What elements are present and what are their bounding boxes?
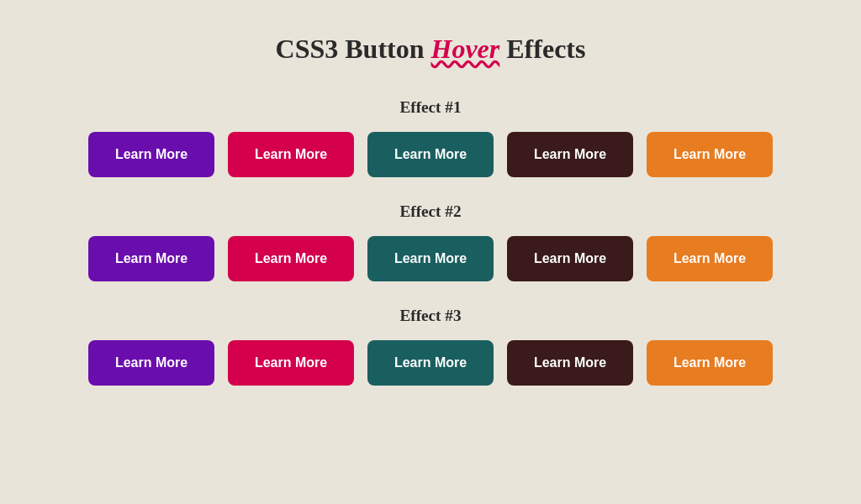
effect-section-3: Effect #3 Learn More Learn More Learn Mo… [18,307,843,386]
btn-3-pink[interactable]: Learn More [228,340,354,386]
btn-3-teal[interactable]: Learn More [367,340,494,386]
btn-1-pink[interactable]: Learn More [228,132,354,177]
btn-1-dark[interactable]: Learn More [507,132,633,177]
button-row-1: Learn More Learn More Learn More Learn M… [18,132,843,177]
btn-1-orange[interactable]: Learn More [647,132,773,177]
btn-3-purple[interactable]: Learn More [88,340,214,386]
btn-3-dark[interactable]: Learn More [507,340,633,386]
button-row-3: Learn More Learn More Learn More Learn M… [18,340,843,386]
btn-2-dark[interactable]: Learn More [507,236,633,281]
btn-3-orange[interactable]: Learn More [647,340,773,386]
btn-1-teal[interactable]: Learn More [367,132,494,177]
effect-label-2: Effect #2 [18,202,843,221]
btn-2-purple[interactable]: Learn More [88,236,214,281]
title-text-after: Effects [499,34,585,64]
btn-2-pink[interactable]: Learn More [228,236,354,281]
button-row-2: Learn More Learn More Learn More Learn M… [18,236,843,281]
btn-2-orange[interactable]: Learn More [647,236,773,281]
effect-section-1: Effect #1 Learn More Learn More Learn Mo… [18,98,843,177]
effect-label-3: Effect #3 [18,307,843,325]
btn-2-teal[interactable]: Learn More [367,236,494,281]
btn-1-purple[interactable]: Learn More [88,132,214,177]
effect-label-1: Effect #1 [18,98,843,117]
effect-section-2: Effect #2 Learn More Learn More Learn Mo… [18,202,843,281]
title-text-before: CSS3 Button [276,34,431,64]
page-title: CSS3 Button Hover Effects [276,34,586,65]
title-hover-word: Hover [431,34,500,64]
